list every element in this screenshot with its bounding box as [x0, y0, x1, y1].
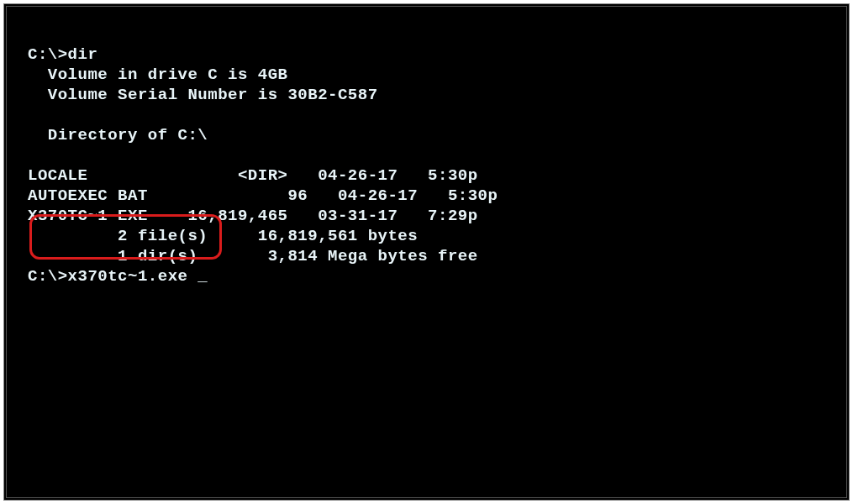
directory-header: Directory of C:\ — [28, 126, 208, 144]
dir-entry-locale: LOCALE <DIR> 04-26-17 5:30p — [28, 166, 478, 185]
summary-dirs: 1 dir(s) 3,814 Mega bytes free — [28, 247, 478, 265]
screenshot-frame: C:\>dir Volume in drive C is 4GB Volume … — [3, 3, 850, 501]
dir-entry-x370tc: X370TC~1 EXE 16,819,465 03-31-17 7:29p — [28, 207, 478, 225]
prompt-line-1: C:\>dir — [28, 45, 97, 64]
cursor: _ — [197, 266, 208, 286]
dir-entry-autoexec: AUTOEXEC BAT 96 04-26-17 5:30p — [28, 186, 498, 205]
command-input[interactable]: x370tc~1.exe — [68, 267, 198, 286]
prompt-line-2[interactable]: C:\>x370tc~1.exe _ — [28, 267, 208, 286]
prompt: C:\> — [28, 45, 68, 64]
serial-info: Volume Serial Number is 30B2-C587 — [28, 86, 378, 104]
summary-files: 2 file(s) 16,819,561 bytes — [28, 227, 418, 245]
command-dir: dir — [68, 45, 98, 64]
dos-terminal[interactable]: C:\>dir Volume in drive C is 4GB Volume … — [28, 24, 498, 286]
volume-info: Volume in drive C is 4GB — [28, 66, 287, 84]
prompt: C:\> — [28, 267, 68, 286]
